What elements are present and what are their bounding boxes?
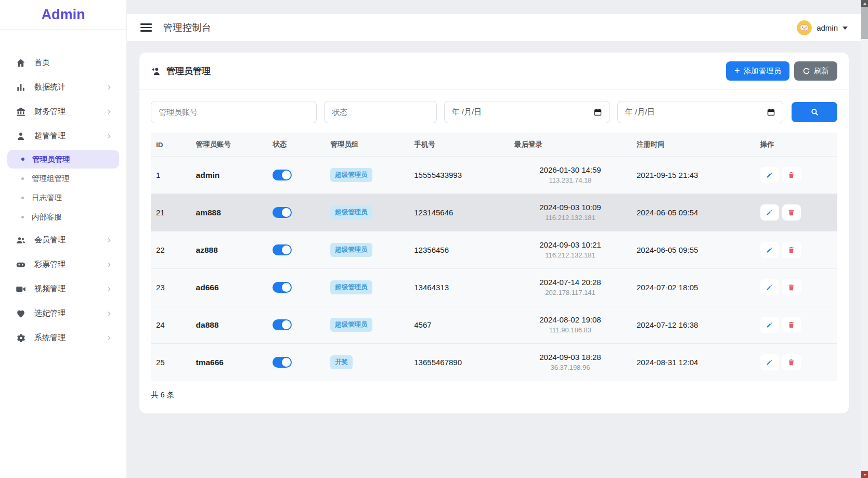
brand-logo[interactable]: Admin xyxy=(0,0,126,30)
delete-button[interactable] xyxy=(782,204,801,221)
pencil-icon xyxy=(766,358,773,366)
chevron-right-icon xyxy=(106,133,113,140)
scroll-up-arrow[interactable] xyxy=(861,0,868,7)
edit-button[interactable] xyxy=(760,317,779,333)
admins-table: ID 管理员账号 状态 管理员组 手机号 最后登录 注册时间 操作 1 admi… xyxy=(151,133,837,381)
sidebar-item-superadmin[interactable]: 超管管理 xyxy=(0,124,126,148)
sidebar-item-system[interactable]: 系统管理 xyxy=(0,326,126,350)
submenu-item-admin-management[interactable]: 管理员管理 xyxy=(7,150,119,169)
submenu-item-group-management[interactable]: 管理组管理 xyxy=(7,169,119,188)
cell-account: ad666 xyxy=(191,269,268,306)
scroll-down-arrow[interactable] xyxy=(861,471,868,478)
sidebar-item-label: 首页 xyxy=(34,58,50,68)
edit-button[interactable] xyxy=(760,242,779,258)
status-toggle[interactable] xyxy=(273,170,292,180)
submenu-item-log-management[interactable]: 日志管理 xyxy=(7,188,119,207)
cell-last-ip: 36.37.198.96 xyxy=(551,364,590,372)
plus-icon: + xyxy=(734,66,740,75)
delete-button[interactable] xyxy=(782,279,801,295)
main-area: 管理控制台 admin 管理员管理 xyxy=(127,0,861,478)
group-badge: 超级管理员 xyxy=(330,243,372,257)
cell-id: 22 xyxy=(151,231,191,268)
cell-registered: 2021-09-15 21:43 xyxy=(631,157,755,193)
sidebar-item-home[interactable]: 首页 xyxy=(0,50,126,75)
delete-button[interactable] xyxy=(782,354,801,370)
cell-id: 24 xyxy=(151,306,191,343)
status-toggle[interactable] xyxy=(273,357,292,368)
cell-id: 21 xyxy=(151,194,191,231)
group-badge: 超级管理员 xyxy=(330,168,372,182)
bullet-icon xyxy=(21,216,24,218)
column-header-phone: 手机号 xyxy=(409,133,509,156)
pencil-icon xyxy=(766,321,773,329)
cell-phone: 15555433993 xyxy=(409,157,509,193)
sidebar-item-concubine[interactable]: 选妃管理 xyxy=(0,301,126,326)
edit-button[interactable] xyxy=(760,279,779,295)
sidebar-item-video[interactable]: 视频管理 xyxy=(0,277,126,301)
cell-id: 23 xyxy=(151,269,191,306)
status-filter-select[interactable] xyxy=(332,108,429,117)
delete-button[interactable] xyxy=(782,167,801,183)
status-toggle[interactable] xyxy=(273,319,292,330)
status-toggle[interactable] xyxy=(273,244,292,255)
card-title: 管理员管理 xyxy=(166,65,211,77)
sidebar-item-label: 选妃管理 xyxy=(34,308,66,318)
edit-button[interactable] xyxy=(760,167,779,183)
sidebar: Admin 首页 数据统计 财务管理 超管管理 xyxy=(0,0,127,478)
submenu-item-label: 管理组管理 xyxy=(32,174,70,184)
add-admin-button[interactable]: + 添加管理员 xyxy=(726,61,789,81)
gamepad-icon xyxy=(16,260,26,270)
table-row: 1 admin 超级管理员 15555433993 2026-01-30 14:… xyxy=(151,157,837,194)
submenu-item-internal-support[interactable]: 内部客服 xyxy=(7,208,119,226)
account-filter-field xyxy=(151,101,317,123)
delete-button[interactable] xyxy=(782,317,801,333)
group-badge: 超级管理员 xyxy=(330,280,372,294)
table-row: 22 az888 超级管理员 12356456 2024-09-03 10:21… xyxy=(151,231,837,269)
sidebar-item-statistics[interactable]: 数据统计 xyxy=(0,75,126,99)
table-row: 21 am888 超级管理员 123145646 2024-09-03 10:0… xyxy=(151,194,837,231)
column-header-status: 状态 xyxy=(267,133,325,156)
sidebar-item-members[interactable]: 会员管理 xyxy=(0,228,126,252)
submenu-item-label: 日志管理 xyxy=(32,193,62,203)
search-button[interactable] xyxy=(792,102,837,122)
edit-button[interactable] xyxy=(760,354,779,370)
sidebar-item-label: 系统管理 xyxy=(34,333,66,343)
delete-button[interactable] xyxy=(782,242,801,258)
calendar-icon[interactable] xyxy=(593,108,602,117)
column-header-account: 管理员账号 xyxy=(191,133,268,156)
cell-registered: 2024-06-05 09:55 xyxy=(631,231,755,268)
cell-last-login: 2024-09-03 18:28 xyxy=(539,352,601,363)
edit-button[interactable] xyxy=(760,204,779,221)
account-filter-input[interactable] xyxy=(159,108,309,117)
chevron-right-icon xyxy=(106,84,113,91)
refresh-button[interactable]: 刷新 xyxy=(794,61,837,81)
column-header-registered: 注册时间 xyxy=(631,133,755,156)
cell-id: 1 xyxy=(151,157,191,193)
sidebar-item-lottery[interactable]: 彩票管理 xyxy=(0,252,126,277)
vertical-scrollbar[interactable] xyxy=(861,0,868,478)
heart-icon xyxy=(16,308,26,319)
chevron-right-icon xyxy=(106,261,113,268)
group-badge: 超级管理员 xyxy=(330,205,372,219)
user-menu[interactable]: admin xyxy=(797,20,848,35)
sidebar-item-finance[interactable]: 财务管理 xyxy=(0,99,126,124)
calendar-icon[interactable] xyxy=(767,108,775,117)
scrollbar-thumb[interactable] xyxy=(861,7,868,39)
status-toggle[interactable] xyxy=(273,207,292,218)
trash-icon xyxy=(787,358,795,366)
superadmin-submenu: 管理员管理 管理组管理 日志管理 内部客服 xyxy=(0,148,126,228)
hamburger-menu-icon[interactable] xyxy=(140,23,152,32)
trash-icon xyxy=(787,209,795,216)
start-date-field[interactable]: 年 /月/日 xyxy=(444,101,610,123)
cell-phone: 13655467890 xyxy=(409,344,509,381)
status-toggle[interactable] xyxy=(273,282,292,293)
chevron-right-icon xyxy=(106,334,113,342)
cell-last-login: 2024-09-03 10:09 xyxy=(539,202,601,213)
end-date-field[interactable]: 年 /月/日 xyxy=(617,101,783,123)
cell-phone: 12356456 xyxy=(409,231,509,268)
sidebar-item-label: 会员管理 xyxy=(34,235,66,245)
chevron-right-icon xyxy=(106,286,113,293)
cell-account: am888 xyxy=(191,194,268,231)
cell-registered: 2024-06-05 09:54 xyxy=(631,194,755,231)
person-plus-icon xyxy=(151,66,161,76)
